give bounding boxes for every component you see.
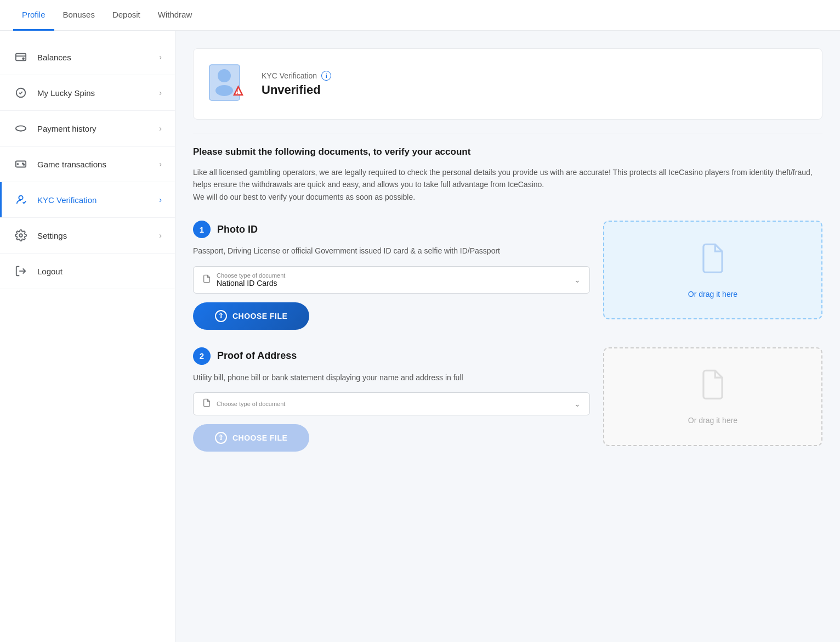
doc-section-2: 2 Proof of Address Utility bill, phone b…	[193, 347, 822, 452]
doc-left-2: 2 Proof of Address Utility bill, phone b…	[193, 347, 590, 452]
chevron-right-icon: ›	[159, 160, 162, 168]
doc-dropdown-placeholder-1: Choose type of document	[217, 272, 574, 279]
sidebar-item-balances[interactable]: Balances ›	[0, 40, 175, 75]
svg-point-10	[19, 234, 22, 237]
kyc-label: KYC Verification i	[262, 71, 331, 81]
sidebar-item-payment-history[interactable]: Payment history ›	[0, 111, 175, 147]
svg-point-1	[22, 58, 24, 59]
doc-dropdown-value-1: National ID Cards	[217, 279, 574, 288]
top-nav: Profile Bonuses Deposit Withdraw	[0, 0, 840, 31]
svg-point-14	[215, 85, 233, 96]
choose-file-button-1[interactable]: ⇧ CHOOSE FILE	[193, 302, 309, 330]
sidebar-item-kyc-label: KYC Verification	[37, 195, 159, 205]
choose-file-label-2: CHOOSE FILE	[232, 433, 287, 442]
chevron-right-icon: ›	[159, 195, 162, 204]
doc-title-2: Proof of Address	[217, 350, 297, 362]
sidebar-item-settings-label: Settings	[37, 231, 159, 240]
kyc-header: ! KYC Verification i Unverified	[193, 48, 822, 120]
svg-point-9	[19, 196, 22, 200]
svg-text:!: !	[236, 89, 238, 95]
drag-text-1: Or drag it here	[688, 290, 737, 299]
lucky-spins-icon	[13, 85, 29, 100]
sidebar-item-balances-label: Balances	[37, 53, 159, 62]
doc-desc-1: Passport, Driving License or official Go…	[193, 245, 590, 257]
sidebar-item-payment-label: Payment history	[37, 124, 159, 133]
file-icon-2	[699, 368, 727, 409]
doc-dropdown-label-1: Choose type of document National ID Card…	[217, 272, 574, 288]
document-icon-1	[202, 274, 211, 285]
drop-zone-inactive-2[interactable]: Or drag it here	[603, 347, 822, 446]
choose-file-label-1: CHOOSE FILE	[232, 312, 287, 320]
logout-icon	[13, 263, 29, 279]
doc-title-1: Photo ID	[217, 224, 258, 235]
sidebar-item-logout[interactable]: Logout	[0, 254, 175, 289]
doc-left-1: 1 Photo ID Passport, Driving License or …	[193, 221, 590, 329]
settings-icon	[13, 228, 29, 243]
submit-description: Like all licensed gambling operators, we…	[193, 166, 822, 203]
svg-rect-0	[16, 54, 26, 61]
doc-number-2: 2	[193, 347, 211, 365]
tab-deposit[interactable]: Deposit	[104, 0, 149, 31]
svg-point-13	[218, 69, 231, 82]
tab-withdraw[interactable]: Withdraw	[149, 0, 201, 31]
doc-title-row-2: 2 Proof of Address	[193, 347, 590, 365]
upload-icon-2: ⇧	[215, 432, 227, 444]
wallet-icon	[13, 49, 29, 65]
doc-dropdown-label-2: Choose type of document	[217, 401, 574, 407]
info-icon[interactable]: i	[321, 71, 331, 81]
divider	[193, 133, 822, 133]
kyc-avatar-icon: !	[207, 62, 251, 106]
chevron-right-icon: ›	[159, 88, 162, 97]
chevron-right-icon: ›	[159, 124, 162, 133]
drop-zone-active-1[interactable]: Or drag it here	[603, 221, 822, 319]
kyc-status-text: Unverified	[262, 83, 331, 97]
sidebar-item-game-transactions-label: Game transactions	[37, 160, 159, 169]
tab-bonuses[interactable]: Bonuses	[54, 0, 104, 31]
doc-dropdown-2[interactable]: Choose type of document ⌄	[193, 392, 590, 415]
drop-zone-1[interactable]: Or drag it here	[603, 221, 822, 319]
sidebar-item-logout-label: Logout	[37, 267, 162, 276]
sidebar-item-kyc-verification[interactable]: KYC Verification ›	[0, 182, 175, 218]
document-icon-2	[202, 398, 211, 409]
drop-zone-2[interactable]: Or drag it here	[603, 347, 822, 446]
sidebar-item-lucky-spins-label: My Lucky Spins	[37, 88, 159, 98]
doc-dropdown-1[interactable]: Choose type of document National ID Card…	[193, 266, 590, 294]
doc-section-1: 1 Photo ID Passport, Driving License or …	[193, 221, 822, 329]
main-content: ! KYC Verification i Unverified Please s…	[175, 31, 840, 642]
choose-file-button-2[interactable]: ⇧ CHOOSE FILE	[193, 424, 309, 452]
doc-number-1: 1	[193, 221, 211, 238]
chevron-right-icon: ›	[159, 53, 162, 61]
file-icon-1	[699, 242, 727, 283]
sidebar-item-game-transactions[interactable]: Game transactions ›	[0, 147, 175, 182]
sidebar-item-lucky-spins[interactable]: My Lucky Spins ›	[0, 75, 175, 111]
doc-desc-2: Utility bill, phone bill or bank stateme…	[193, 371, 590, 384]
doc-dropdown-placeholder-2: Choose type of document	[217, 401, 574, 407]
svg-point-8	[24, 164, 25, 165]
kyc-icon	[13, 192, 29, 207]
chevron-down-icon-1: ⌄	[574, 275, 581, 284]
chevron-right-icon: ›	[159, 231, 162, 240]
tab-profile[interactable]: Profile	[13, 0, 54, 31]
upload-icon-1: ⇧	[215, 310, 227, 322]
sidebar: Balances › My Lucky Spins › Payment	[0, 31, 175, 642]
main-layout: Balances › My Lucky Spins › Payment	[0, 31, 840, 642]
payment-icon	[13, 121, 29, 136]
kyc-label-text: KYC Verification	[262, 71, 317, 80]
chevron-down-icon-2: ⌄	[574, 399, 581, 408]
drag-text-2: Or drag it here	[688, 416, 737, 425]
submit-title: Please submit the following documents, t…	[193, 147, 822, 157]
kyc-status-group: KYC Verification i Unverified	[262, 71, 331, 97]
doc-title-row-1: 1 Photo ID	[193, 221, 590, 238]
sidebar-item-settings[interactable]: Settings ›	[0, 218, 175, 254]
game-icon	[13, 156, 29, 172]
